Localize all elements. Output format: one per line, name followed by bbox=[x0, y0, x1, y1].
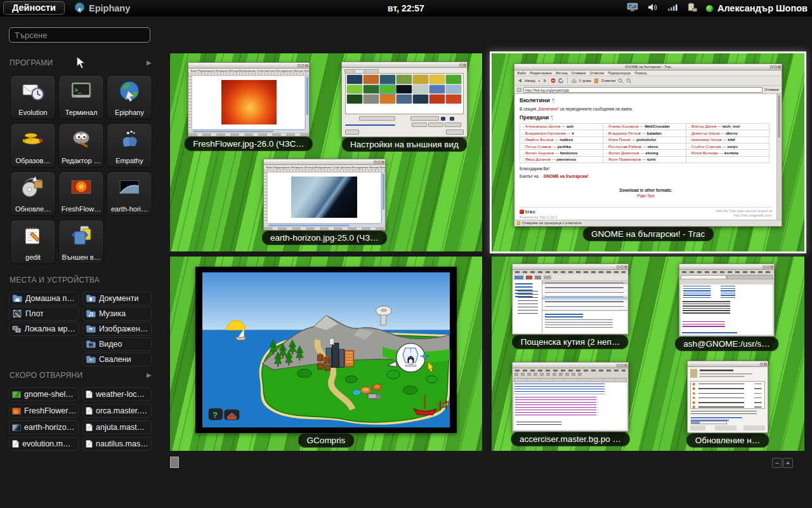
app-tile-terminal[interactable]: >_ Терминал bbox=[58, 75, 104, 119]
battery-icon[interactable] bbox=[686, 3, 697, 15]
wallpaper-thumbnail[interactable] bbox=[413, 95, 428, 104]
app-tile-epiphany[interactable]: Epiphany bbox=[107, 75, 152, 119]
wallpaper-thumbnail[interactable] bbox=[363, 75, 379, 84]
wallpaper-thumbnail[interactable] bbox=[413, 75, 428, 84]
app-tile-updates[interactable]: Обновле… bbox=[10, 171, 56, 216]
workspace-3[interactable]: ? GCompris bbox=[170, 257, 482, 451]
zoom-in-icon[interactable] bbox=[618, 78, 624, 84]
wallpaper-thumbnail[interactable] bbox=[380, 85, 395, 94]
wallpaper-thumbnail[interactable] bbox=[396, 75, 412, 84]
place-desktop[interactable]: Плот bbox=[9, 307, 79, 321]
workspace-indicator[interactable] bbox=[170, 457, 179, 468]
place-local-network[interactable]: Локална мр… bbox=[9, 322, 79, 336]
stop-icon[interactable] bbox=[551, 78, 556, 83]
wallpaper-thumbnail[interactable] bbox=[396, 95, 412, 104]
go-button[interactable]: Отиване bbox=[764, 88, 779, 91]
network-signal-icon[interactable] bbox=[667, 3, 678, 14]
recent-item[interactable]: gnome-shel… bbox=[9, 387, 79, 401]
user-menu[interactable]: Александър Шопов bbox=[706, 3, 808, 13]
wallpaper-thumbnail[interactable] bbox=[380, 95, 395, 104]
window-gcompris[interactable]: ? GCompris bbox=[195, 267, 457, 433]
window-caption[interactable]: ash@GNOME:/usr/s… bbox=[674, 337, 779, 351]
wallpaper-thumbnail[interactable] bbox=[347, 95, 362, 104]
window-gimp-earth[interactable]: Файл Редактиране Избиране Изглед Изображ… bbox=[263, 159, 386, 231]
wallpaper-thumbnail[interactable] bbox=[429, 95, 445, 104]
recent-item[interactable]: orca.master.… bbox=[82, 404, 152, 418]
window-caption[interactable]: GNOME на български! - Trac bbox=[582, 227, 714, 241]
remove-workspace-button[interactable]: − bbox=[772, 458, 782, 468]
place-documents[interactable]: Документи bbox=[82, 291, 152, 305]
wallpaper-thumbnail[interactable] bbox=[429, 85, 445, 94]
app-tile-earth-horizon[interactable]: earth-hori… bbox=[107, 171, 152, 216]
wallpaper-thumbnail[interactable] bbox=[347, 85, 362, 94]
zoom-out-icon[interactable] bbox=[626, 78, 632, 84]
wallpaper-thumbnail[interactable] bbox=[347, 75, 362, 84]
window-caption[interactable]: Настройки на външния вид bbox=[341, 137, 468, 152]
status-bar bbox=[264, 227, 385, 230]
volume-icon[interactable] bbox=[647, 3, 658, 15]
ruler bbox=[188, 76, 192, 129]
display-icon[interactable] bbox=[627, 3, 638, 15]
dialog-buttons[interactable] bbox=[690, 425, 765, 431]
wallpaper-thumbnail[interactable] bbox=[446, 85, 461, 94]
wallpaper-thumbnail[interactable] bbox=[363, 95, 379, 104]
tab[interactable] bbox=[681, 275, 726, 279]
recent-item[interactable]: anjuta.mast… bbox=[82, 420, 152, 434]
bookmarks-icon[interactable] bbox=[594, 78, 599, 83]
page-content: Бюлетини ¶ В секция „Бюлетини“ са период… bbox=[515, 94, 776, 220]
wallpaper-thumbnail[interactable] bbox=[446, 95, 461, 104]
app-tile-gcompris[interactable]: Образов… bbox=[10, 123, 56, 168]
wallpaper-thumbnail[interactable] bbox=[429, 75, 445, 84]
add-workspace-button[interactable]: + bbox=[783, 458, 793, 468]
url-input[interactable]: http://fsa-bg.org/project/gtp bbox=[523, 87, 763, 93]
app-tile-appearance[interactable]: Външен в… bbox=[58, 220, 104, 264]
programs-expander-icon[interactable]: ▶ bbox=[147, 59, 152, 66]
window-evolution-mail[interactable]: Пощенска кутия (2 неп… bbox=[512, 264, 629, 335]
chevron-down-icon[interactable]: ▼ bbox=[538, 79, 540, 83]
scrollbar[interactable] bbox=[776, 94, 781, 220]
recent-expander-icon[interactable]: ▶ bbox=[147, 371, 152, 378]
place-videos[interactable]: Видео bbox=[82, 337, 152, 351]
place-music[interactable]: Музика bbox=[82, 307, 152, 321]
window-gimp-freshflower[interactable]: Файл Редактиране Избиране Изглед Изображ… bbox=[188, 62, 310, 137]
place-pictures[interactable]: Изображен… bbox=[82, 322, 152, 336]
search-input[interactable] bbox=[9, 27, 150, 43]
home-icon[interactable] bbox=[572, 78, 577, 83]
window-caption[interactable]: FreshFlower.jpg-26.0 (ЧЗС… bbox=[184, 137, 313, 151]
window-gedit-po-file[interactable]: accerciser.master.bg.po … bbox=[512, 362, 629, 432]
wallpaper-thumbnail[interactable] bbox=[363, 85, 379, 94]
app-tile-evolution[interactable]: Evolution bbox=[10, 75, 56, 119]
workspace-4[interactable]: Пощенска кутия (2 неп… ash@GNOME:/usr/s…… bbox=[492, 257, 804, 451]
window-caption[interactable]: earth-horizon.jpg-25.0 (ЧЗ… bbox=[261, 231, 388, 245]
window-update-manager[interactable]: Обновление н… bbox=[687, 361, 768, 433]
window-caption[interactable]: GCompris bbox=[298, 433, 355, 448]
app-tile-gedit[interactable]: gedit bbox=[10, 220, 56, 264]
app-tile-freshflower[interactable]: FreshFlow… bbox=[58, 171, 104, 216]
app-tile-empathy[interactable]: Empathy bbox=[107, 123, 152, 168]
wallpaper-thumbnail[interactable] bbox=[380, 75, 395, 84]
wallpaper-thumbnail[interactable] bbox=[413, 85, 428, 94]
window-caption[interactable]: Пощенска кутия (2 неп… bbox=[512, 335, 629, 349]
workspace-1[interactable]: Файл Редактиране Избиране Изглед Изображ… bbox=[170, 53, 482, 251]
window-caption[interactable]: Обновление н… bbox=[686, 433, 769, 448]
recent-item[interactable]: FreshFlower… bbox=[9, 404, 79, 418]
recent-item[interactable]: weather-loc… bbox=[82, 387, 152, 401]
wallpaper-thumbnail[interactable] bbox=[396, 85, 412, 94]
window-epiphany-trac[interactable]: GNOME на български! - Trac ФайлРедактира… bbox=[514, 64, 782, 227]
back-icon[interactable] bbox=[517, 78, 522, 83]
recent-item[interactable]: evolution.m… bbox=[9, 437, 79, 451]
place-home[interactable]: Домашна п… bbox=[9, 291, 79, 305]
window-appearance-prefs[interactable]: Настройки на външния вид bbox=[341, 62, 468, 137]
workspace-2-active[interactable]: GNOME на български! - Trac ФайлРедактира… bbox=[492, 53, 804, 251]
forward-icon[interactable] bbox=[543, 78, 548, 83]
deco bbox=[545, 281, 624, 309]
recent-item[interactable]: nautilus.mas… bbox=[82, 437, 152, 451]
wallpaper-thumbnail[interactable] bbox=[446, 75, 461, 84]
app-tile-gimp[interactable]: Редактор … bbox=[58, 123, 104, 168]
place-downloads[interactable]: Свалени bbox=[82, 352, 152, 366]
window-terminal[interactable]: ash@GNOME:/usr/s… bbox=[679, 264, 775, 337]
tab[interactable] bbox=[727, 275, 773, 279]
recent-item[interactable]: earth-horizo… bbox=[9, 420, 79, 434]
reload-icon[interactable] bbox=[558, 78, 563, 83]
window-caption[interactable]: accerciser.master.bg.po … bbox=[511, 432, 630, 446]
